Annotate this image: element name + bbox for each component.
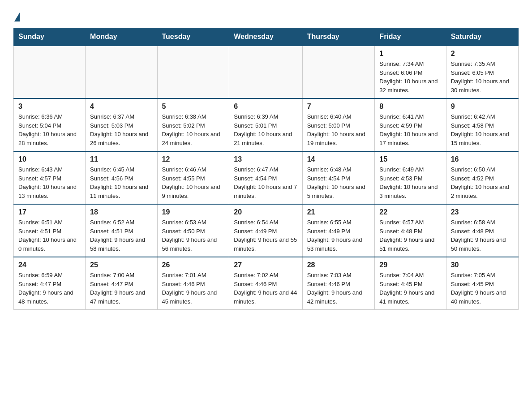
calendar-cell: 20Sunrise: 6:54 AMSunset: 4:49 PMDayligh… <box>229 204 302 257</box>
day-number: 14 <box>307 155 370 163</box>
day-number: 12 <box>162 155 225 163</box>
day-number: 29 <box>379 261 441 269</box>
sun-info: Sunrise: 6:48 AMSunset: 4:54 PMDaylight:… <box>307 165 370 200</box>
sun-info: Sunrise: 7:04 AMSunset: 4:45 PMDaylight:… <box>379 271 441 306</box>
sun-info: Sunrise: 7:34 AMSunset: 6:06 PMDaylight:… <box>379 60 441 94</box>
day-number: 27 <box>234 261 297 269</box>
sun-info: Sunrise: 6:55 AMSunset: 4:49 PMDaylight:… <box>307 218 370 253</box>
logo <box>13 13 21 20</box>
calendar-cell: 4Sunrise: 6:37 AMSunset: 5:03 PMDaylight… <box>86 98 157 151</box>
calendar-cell: 28Sunrise: 7:03 AMSunset: 4:46 PMDayligh… <box>302 257 375 310</box>
day-number: 9 <box>451 103 514 111</box>
calendar-cell: 29Sunrise: 7:04 AMSunset: 4:45 PMDayligh… <box>375 257 446 310</box>
day-number: 24 <box>18 261 81 269</box>
calendar-cell <box>229 46 302 98</box>
sun-info: Sunrise: 6:37 AMSunset: 5:03 PMDaylight:… <box>90 112 152 147</box>
day-number: 8 <box>379 103 441 111</box>
day-number: 1 <box>379 50 441 58</box>
calendar-cell: 9Sunrise: 6:42 AMSunset: 4:58 PMDaylight… <box>446 98 518 151</box>
day-number: 16 <box>451 155 514 163</box>
calendar-table: SundayMondayTuesdayWednesdayThursdayFrid… <box>13 28 519 310</box>
calendar-cell: 17Sunrise: 6:51 AMSunset: 4:51 PMDayligh… <box>14 204 86 257</box>
sun-info: Sunrise: 7:01 AMSunset: 4:46 PMDaylight:… <box>162 271 225 306</box>
day-number: 19 <box>162 208 225 216</box>
calendar-cell: 14Sunrise: 6:48 AMSunset: 4:54 PMDayligh… <box>302 151 375 204</box>
logo-triangle-icon <box>14 13 20 21</box>
calendar-cell: 11Sunrise: 6:45 AMSunset: 4:56 PMDayligh… <box>86 151 157 204</box>
day-number: 11 <box>90 155 152 163</box>
calendar-cell: 24Sunrise: 6:59 AMSunset: 4:47 PMDayligh… <box>14 257 86 310</box>
weekday-header-monday: Monday <box>86 28 157 46</box>
calendar-cell: 7Sunrise: 6:40 AMSunset: 5:00 PMDaylight… <box>302 98 375 151</box>
calendar-week-row: 3Sunrise: 6:36 AMSunset: 5:04 PMDaylight… <box>14 98 519 151</box>
weekday-header-friday: Friday <box>375 28 446 46</box>
calendar-cell: 22Sunrise: 6:57 AMSunset: 4:48 PMDayligh… <box>375 204 446 257</box>
sun-info: Sunrise: 6:45 AMSunset: 4:56 PMDaylight:… <box>90 165 152 200</box>
day-number: 18 <box>90 208 152 216</box>
calendar-cell: 12Sunrise: 6:46 AMSunset: 4:55 PMDayligh… <box>157 151 229 204</box>
day-number: 4 <box>90 103 152 111</box>
calendar-cell: 23Sunrise: 6:58 AMSunset: 4:48 PMDayligh… <box>446 204 518 257</box>
sun-info: Sunrise: 7:35 AMSunset: 6:05 PMDaylight:… <box>451 60 514 94</box>
day-number: 10 <box>18 155 81 163</box>
day-number: 3 <box>18 103 81 111</box>
day-number: 15 <box>379 155 441 163</box>
calendar-cell <box>86 46 157 98</box>
sun-info: Sunrise: 7:02 AMSunset: 4:46 PMDaylight:… <box>234 271 297 306</box>
sun-info: Sunrise: 6:42 AMSunset: 4:58 PMDaylight:… <box>451 112 514 147</box>
weekday-header-wednesday: Wednesday <box>229 28 302 46</box>
calendar-cell: 1Sunrise: 7:34 AMSunset: 6:06 PMDaylight… <box>375 46 446 98</box>
calendar-cell <box>157 46 229 98</box>
calendar-cell <box>14 46 86 98</box>
day-number: 23 <box>451 208 514 216</box>
weekday-header-tuesday: Tuesday <box>157 28 229 46</box>
weekday-header-thursday: Thursday <box>302 28 375 46</box>
sun-info: Sunrise: 6:43 AMSunset: 4:57 PMDaylight:… <box>18 165 81 200</box>
sun-info: Sunrise: 6:49 AMSunset: 4:53 PMDaylight:… <box>379 165 441 200</box>
weekday-header-sunday: Sunday <box>14 28 86 46</box>
day-number: 17 <box>18 208 81 216</box>
sun-info: Sunrise: 6:54 AMSunset: 4:49 PMDaylight:… <box>234 218 297 253</box>
day-number: 21 <box>307 208 370 216</box>
calendar-cell: 6Sunrise: 6:39 AMSunset: 5:01 PMDaylight… <box>229 98 302 151</box>
day-number: 25 <box>90 261 152 269</box>
sun-info: Sunrise: 6:51 AMSunset: 4:51 PMDaylight:… <box>18 218 81 253</box>
calendar-cell: 15Sunrise: 6:49 AMSunset: 4:53 PMDayligh… <box>375 151 446 204</box>
page-header <box>13 9 519 20</box>
sun-info: Sunrise: 7:00 AMSunset: 4:47 PMDaylight:… <box>90 271 152 306</box>
calendar-cell: 8Sunrise: 6:41 AMSunset: 4:59 PMDaylight… <box>375 98 446 151</box>
sun-info: Sunrise: 6:40 AMSunset: 5:00 PMDaylight:… <box>307 112 370 147</box>
calendar-cell: 30Sunrise: 7:05 AMSunset: 4:45 PMDayligh… <box>446 257 518 310</box>
day-number: 28 <box>307 261 370 269</box>
sun-info: Sunrise: 6:57 AMSunset: 4:48 PMDaylight:… <box>379 218 441 253</box>
day-number: 6 <box>234 103 297 111</box>
day-number: 5 <box>162 103 225 111</box>
sun-info: Sunrise: 7:03 AMSunset: 4:46 PMDaylight:… <box>307 271 370 306</box>
day-number: 26 <box>162 261 225 269</box>
calendar-week-row: 1Sunrise: 7:34 AMSunset: 6:06 PMDaylight… <box>14 46 519 98</box>
calendar-week-row: 17Sunrise: 6:51 AMSunset: 4:51 PMDayligh… <box>14 204 519 257</box>
day-number: 20 <box>234 208 297 216</box>
day-number: 2 <box>451 50 514 58</box>
calendar-cell: 5Sunrise: 6:38 AMSunset: 5:02 PMDaylight… <box>157 98 229 151</box>
day-number: 13 <box>234 155 297 163</box>
sun-info: Sunrise: 6:58 AMSunset: 4:48 PMDaylight:… <box>451 218 514 253</box>
calendar-cell: 3Sunrise: 6:36 AMSunset: 5:04 PMDaylight… <box>14 98 86 151</box>
calendar-cell: 25Sunrise: 7:00 AMSunset: 4:47 PMDayligh… <box>86 257 157 310</box>
day-number: 7 <box>307 103 370 111</box>
sun-info: Sunrise: 7:05 AMSunset: 4:45 PMDaylight:… <box>451 271 514 306</box>
sun-info: Sunrise: 6:52 AMSunset: 4:51 PMDaylight:… <box>90 218 152 253</box>
calendar-header-row: SundayMondayTuesdayWednesdayThursdayFrid… <box>14 28 519 46</box>
calendar-cell <box>302 46 375 98</box>
weekday-header-saturday: Saturday <box>446 28 518 46</box>
calendar-cell: 16Sunrise: 6:50 AMSunset: 4:52 PMDayligh… <box>446 151 518 204</box>
calendar-cell: 18Sunrise: 6:52 AMSunset: 4:51 PMDayligh… <box>86 204 157 257</box>
calendar-cell: 13Sunrise: 6:47 AMSunset: 4:54 PMDayligh… <box>229 151 302 204</box>
calendar-week-row: 24Sunrise: 6:59 AMSunset: 4:47 PMDayligh… <box>14 257 519 310</box>
calendar-cell: 10Sunrise: 6:43 AMSunset: 4:57 PMDayligh… <box>14 151 86 204</box>
sun-info: Sunrise: 6:50 AMSunset: 4:52 PMDaylight:… <box>451 165 514 200</box>
day-number: 22 <box>379 208 441 216</box>
sun-info: Sunrise: 6:38 AMSunset: 5:02 PMDaylight:… <box>162 112 225 147</box>
calendar-cell: 2Sunrise: 7:35 AMSunset: 6:05 PMDaylight… <box>446 46 518 98</box>
sun-info: Sunrise: 6:39 AMSunset: 5:01 PMDaylight:… <box>234 112 297 147</box>
